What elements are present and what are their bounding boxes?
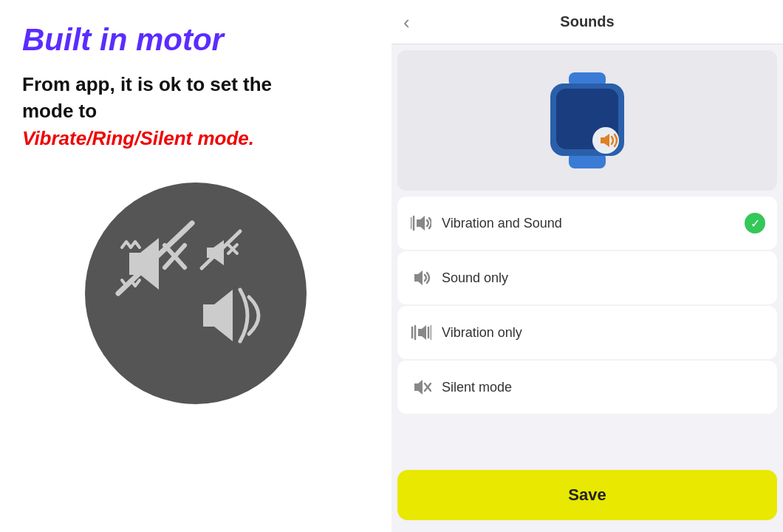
description-line1: From app, it is ok to set the [22, 73, 272, 95]
vibration-sound-icon [409, 211, 433, 235]
sound-only-icon [409, 266, 433, 290]
svg-marker-25 [414, 380, 423, 395]
option-vibration-only-label: Vibration only [442, 325, 765, 341]
page-title: Built in motor [22, 22, 224, 58]
option-silent-mode[interactable]: Silent mode [397, 361, 777, 414]
svg-marker-22 [418, 325, 426, 340]
description-text: From app, it is ok to set the mode to Vi… [22, 71, 272, 151]
description-line2: mode to [22, 100, 97, 122]
svg-marker-4 [203, 290, 233, 341]
header-title: Sounds [560, 13, 614, 30]
option-silent-label: Silent mode [442, 380, 765, 395]
watch-svg [543, 72, 632, 168]
option-vibration-only[interactable]: Vibration only [397, 306, 777, 359]
circle-illustration [85, 183, 307, 404]
svg-marker-19 [414, 270, 423, 285]
option-vibration-sound-label: Vibration and Sound [442, 216, 745, 231]
option-sound-only[interactable]: Sound only [397, 251, 777, 304]
svg-marker-18 [417, 216, 425, 231]
vibrate-mute-svg [114, 212, 277, 375]
option-sound-only-label: Sound only [442, 270, 765, 286]
header: ‹ Sounds [392, 0, 783, 44]
selected-check-icon: ✓ [745, 213, 765, 233]
save-button[interactable]: Save [397, 470, 777, 520]
silent-icon [409, 375, 433, 399]
options-list: Vibration and Sound ✓ Sound only [392, 197, 783, 464]
highlight-text: Vibrate/Ring/Silent mode. [22, 127, 254, 149]
watch-preview [397, 50, 777, 191]
right-panel: ‹ Sounds [392, 0, 783, 532]
vibration-only-icon [409, 321, 433, 344]
option-vibration-sound[interactable]: Vibration and Sound ✓ [397, 197, 777, 250]
back-button[interactable]: ‹ [403, 13, 410, 32]
left-panel: Built in motor From app, it is ok to set… [0, 0, 392, 532]
